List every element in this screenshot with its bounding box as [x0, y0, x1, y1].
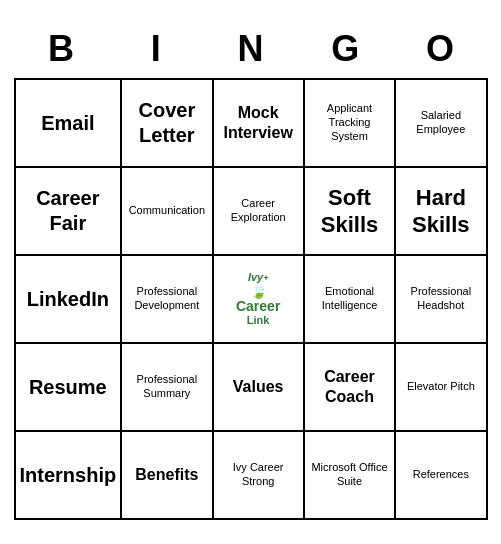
cell-r3-c1: Professional Summary [122, 344, 213, 432]
cell-text-r3-c2: Values [233, 377, 284, 397]
cell-r0-c0: Email [16, 80, 123, 168]
cell-r4-c0: Internship [16, 432, 123, 520]
cell-r2-c2: Ivy+ 🍃 Career Link [214, 256, 305, 344]
cell-text-r0-c0: Email [41, 111, 94, 136]
cell-r3-c2: Values [214, 344, 305, 432]
cell-r2-c0: LinkedIn [16, 256, 123, 344]
cell-r0-c3: Applicant Tracking System [305, 80, 396, 168]
cell-r1-c2: Career Exploration [214, 168, 305, 256]
cell-text-r4-c1: Benefits [135, 465, 198, 485]
cell-text-r0-c1: Cover Letter [126, 98, 207, 148]
cell-r1-c4: Hard Skills [396, 168, 487, 256]
bingo-grid: EmailCover LetterMock InterviewApplicant… [14, 78, 488, 520]
header-b: B [14, 24, 109, 74]
cell-text-r4-c0: Internship [20, 463, 117, 488]
cell-r2-c4: Professional Headshot [396, 256, 487, 344]
cell-r4-c1: Benefits [122, 432, 213, 520]
header-o: O [393, 24, 488, 74]
cell-text-r0-c4: Salaried Employee [400, 109, 481, 137]
cell-text-r4-c4: References [413, 468, 469, 482]
cell-r2-c3: Emotional Intelligence [305, 256, 396, 344]
cell-r0-c2: Mock Interview [214, 80, 305, 168]
cell-r2-c1: Professional Development [122, 256, 213, 344]
cell-text-r1-c3: Soft Skills [309, 184, 390, 239]
cell-text-r3-c3: Career Coach [309, 367, 390, 407]
cell-r3-c3: Career Coach [305, 344, 396, 432]
cell-text-r0-c2: Mock Interview [218, 103, 299, 143]
cell-r3-c0: Resume [16, 344, 123, 432]
cell-text-r1-c0: Career Fair [20, 186, 117, 236]
cell-r4-c4: References [396, 432, 487, 520]
cell-r4-c2: Ivy Career Strong [214, 432, 305, 520]
cell-text-r3-c0: Resume [29, 375, 107, 400]
cell-text-r1-c4: Hard Skills [400, 184, 481, 239]
header-g: G [298, 24, 393, 74]
cell-text-r2-c1: Professional Development [126, 285, 207, 313]
header-i: I [108, 24, 203, 74]
cell-r1-c1: Communication [122, 168, 213, 256]
cell-r0-c4: Salaried Employee [396, 80, 487, 168]
bingo-card: B I N G O EmailCover LetterMock Intervie… [6, 16, 496, 528]
cell-r1-c3: Soft Skills [305, 168, 396, 256]
cell-r0-c1: Cover Letter [122, 80, 213, 168]
cell-text-r1-c2: Career Exploration [218, 197, 299, 225]
cell-r3-c4: Elevator Pitch [396, 344, 487, 432]
cell-text-r1-c1: Communication [129, 204, 205, 218]
cell-text-r0-c3: Applicant Tracking System [309, 102, 390, 143]
bingo-header: B I N G O [14, 24, 488, 74]
cell-r4-c3: Microsoft Office Suite [305, 432, 396, 520]
cell-text-r2-c4: Professional Headshot [400, 285, 481, 313]
ivy-career-link-logo: Ivy+ 🍃 Career Link [236, 272, 280, 326]
header-n: N [203, 24, 298, 74]
cell-r1-c0: Career Fair [16, 168, 123, 256]
cell-text-r3-c1: Professional Summary [126, 373, 207, 401]
cell-text-r4-c2: Ivy Career Strong [218, 461, 299, 489]
cell-text-r2-c3: Emotional Intelligence [309, 285, 390, 313]
cell-text-r2-c0: LinkedIn [27, 287, 109, 312]
cell-text-r3-c4: Elevator Pitch [407, 380, 475, 394]
cell-text-r4-c3: Microsoft Office Suite [309, 461, 390, 489]
